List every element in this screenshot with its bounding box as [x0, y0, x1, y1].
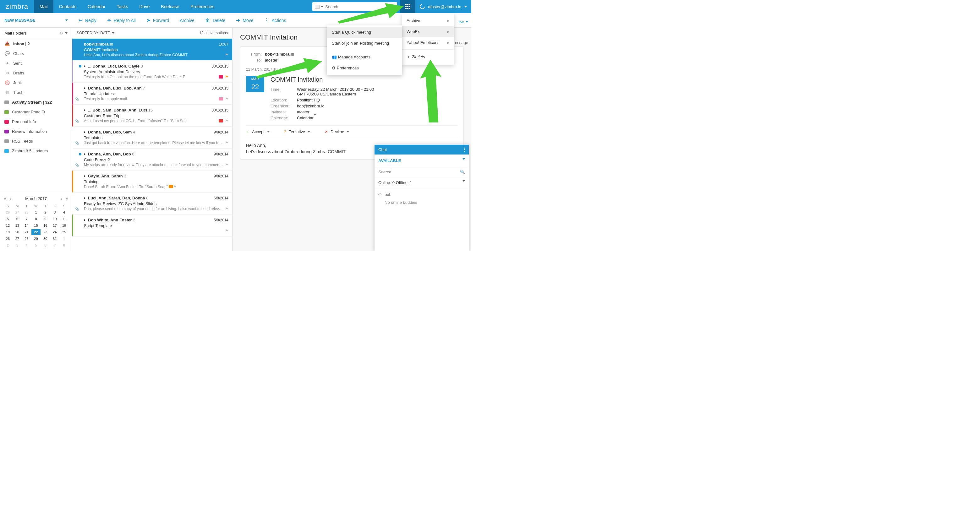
dd-zimlets[interactable]: ＋ Zimlets — [402, 51, 454, 63]
reply-button[interactable]: ↩Reply — [78, 17, 97, 23]
flag-icon[interactable]: ⚑ — [173, 184, 177, 189]
expand-icon[interactable] — [84, 219, 86, 221]
message-item[interactable]: bob@zimbra.io10:07COMMIT InvitationHello… — [72, 39, 232, 60]
cal-day[interactable]: 7 — [50, 242, 59, 248]
cal-day[interactable]: 14 — [22, 223, 32, 228]
cal-day[interactable]: 2 — [41, 210, 50, 215]
cal-day[interactable]: 6 — [13, 216, 22, 222]
cal-day[interactable]: 27 — [13, 210, 22, 215]
search-type-selector[interactable] — [315, 5, 323, 8]
message-item[interactable]: Bob White, Ann Foster 25/8/2014Script Te… — [72, 215, 232, 237]
cal-day[interactable]: 5 — [32, 242, 41, 248]
search-icon[interactable]: 🔍 — [390, 5, 395, 9]
folder-item[interactable]: 🚫Junk — [0, 78, 72, 87]
nav-preferences[interactable]: Preferences — [185, 0, 220, 13]
cal-day[interactable]: 16 — [41, 223, 50, 228]
search-input[interactable] — [323, 5, 390, 9]
webex-preferences[interactable]: ⚙ Preferences — [327, 62, 402, 73]
flag-icon[interactable]: ⚑ — [225, 207, 228, 211]
move-button[interactable]: ➜Move — [236, 17, 253, 23]
search-box[interactable]: 🔍 — [312, 2, 397, 11]
cal-day[interactable]: 25 — [59, 229, 69, 235]
expand-icon[interactable] — [84, 131, 86, 134]
expand-icon[interactable] — [84, 175, 86, 177]
cal-day[interactable]: 12 — [3, 223, 13, 228]
forward-button[interactable]: ➤Forward — [146, 17, 169, 23]
cal-prev-year[interactable]: « — [3, 196, 7, 201]
cal-day[interactable]: 4 — [22, 242, 32, 248]
message-item[interactable]: Donna, Dan, Luci, Bob, Ann 730/1/2015Tut… — [72, 83, 232, 105]
message-item[interactable]: Donna, Dan, Bob, Sam 49/8/2014TemplatesJ… — [72, 127, 232, 149]
accept-button[interactable]: ✓Accept — [246, 129, 270, 134]
chat-counts[interactable]: Online: 0 Offline: 1 — [374, 177, 469, 188]
dd-webex[interactable]: WebEx▸ — [402, 26, 454, 37]
expand-icon[interactable] — [84, 87, 86, 89]
chat-menu-icon[interactable] — [464, 148, 465, 152]
cal-day[interactable]: 15 — [32, 223, 41, 228]
reply-all-button[interactable]: ↞Reply to All — [107, 17, 136, 23]
cal-prev-month[interactable]: ‹ — [8, 196, 12, 201]
folder-item[interactable]: 🗑Trash — [0, 87, 72, 97]
cal-day[interactable]: 20 — [13, 229, 22, 235]
new-message-caret-icon[interactable] — [65, 19, 68, 21]
dd-archive[interactable]: Archive▸ — [402, 15, 454, 26]
cal-day[interactable]: 3 — [50, 210, 59, 215]
nav-drive[interactable]: Drive — [134, 0, 156, 13]
folder-item[interactable]: Zimbra 8.5 Updates — [0, 146, 72, 156]
message-item[interactable]: ... Donna, Luci, Bob, Gayle 830/1/2015Sy… — [72, 60, 232, 83]
cal-day[interactable]: 8 — [32, 216, 41, 222]
ew-button[interactable]: ew — [458, 19, 464, 24]
cal-day[interactable]: 19 — [3, 229, 13, 235]
cal-day[interactable]: 22 — [32, 229, 41, 235]
cal-day[interactable]: 18 — [59, 223, 69, 228]
message-item[interactable]: Gayle, Ann, Sarah 39/8/2014TrainingDone!… — [72, 170, 232, 192]
folder-item[interactable]: 📥Inbox | 2 — [0, 39, 72, 49]
webex-quick-meeting[interactable]: Start a Quick meeting — [327, 27, 402, 38]
cal-day[interactable]: 9 — [41, 216, 50, 222]
cal-day[interactable]: 3 — [13, 242, 22, 248]
nav-calendar[interactable]: Calendar — [82, 0, 111, 13]
cal-day[interactable]: 27 — [13, 236, 22, 242]
sort-caret-icon[interactable] — [112, 32, 115, 34]
message-item[interactable]: ... Bob, Sam, Donna, Ann, Luci 1530/1/20… — [72, 105, 232, 127]
cal-day[interactable]: 10 — [50, 216, 59, 222]
nav-tasks[interactable]: Tasks — [111, 0, 134, 13]
flag-icon[interactable]: ⚑ — [225, 97, 228, 101]
refresh-icon[interactable] — [419, 3, 426, 10]
folder-item[interactable]: Activity Stream | 322 — [0, 97, 72, 107]
cal-day[interactable]: 26 — [3, 210, 13, 215]
cal-day[interactable]: 26 — [3, 236, 13, 242]
actions-menu-button[interactable]: ⋮Actions — [264, 17, 286, 23]
delete-button[interactable]: 🗑Delete — [205, 17, 225, 23]
cal-day[interactable]: 24 — [50, 229, 59, 235]
chat-buddy[interactable]: bob — [378, 192, 465, 200]
cal-day[interactable]: 17 — [50, 223, 59, 228]
cal-day[interactable]: 29 — [32, 236, 41, 242]
cal-day[interactable]: 30 — [41, 236, 50, 242]
chat-status-selector[interactable]: AVAILABLE — [374, 154, 469, 167]
cal-day[interactable]: 6 — [41, 242, 50, 248]
flag-icon[interactable]: ⚑ — [225, 119, 228, 123]
new-message-button[interactable]: NEW MESSAGE — [0, 18, 72, 22]
cal-day[interactable]: 21 — [22, 229, 32, 235]
apps-button[interactable] — [400, 0, 415, 13]
webex-join-meeting[interactable]: Start or join an existing meeting — [327, 38, 402, 49]
folder-item[interactable]: Personal Info — [0, 117, 72, 127]
expand-icon[interactable] — [84, 153, 86, 156]
gear-icon[interactable]: ⚙ — [59, 31, 63, 35]
search-icon[interactable]: 🔍 — [460, 170, 465, 174]
folder-item[interactable]: Review Information — [0, 127, 72, 136]
cal-day[interactable]: 5 — [3, 216, 13, 222]
tentative-button[interactable]: ?Tentative — [284, 129, 310, 134]
folders-caret-icon[interactable] — [65, 32, 68, 34]
cal-day[interactable]: 11 — [59, 216, 69, 222]
archive-button[interactable]: Archive — [180, 18, 194, 23]
cal-next-year[interactable]: » — [65, 196, 69, 201]
cal-day[interactable]: 28 — [22, 236, 32, 242]
cal-day[interactable]: 28 — [22, 210, 32, 215]
chat-search-input[interactable] — [378, 170, 460, 174]
cal-day[interactable]: 1 — [32, 210, 41, 215]
cal-day[interactable]: 13 — [13, 223, 22, 228]
cal-day[interactable]: 7 — [22, 216, 32, 222]
cal-day[interactable]: 23 — [41, 229, 50, 235]
